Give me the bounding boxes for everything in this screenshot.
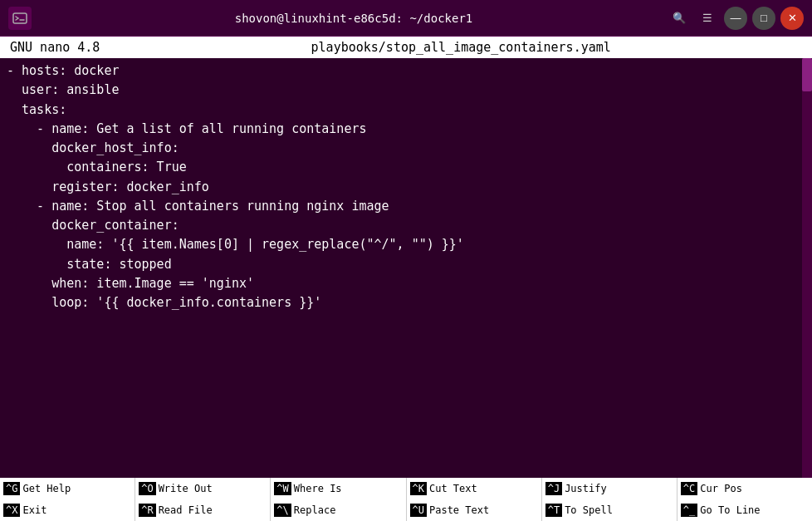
- editor-area[interactable]: - hosts: docker user: ansible tasks: - n…: [0, 58, 812, 478]
- editor-line: docker_host_info:: [7, 139, 805, 158]
- shortcut-row-2: ^X Exit ^R Read File ^\ Replace ^U Paste…: [0, 499, 812, 521]
- scrollbar[interactable]: [802, 58, 812, 478]
- shortcut-replace[interactable]: ^\ Replace: [271, 499, 406, 521]
- shortcut-go-to-line[interactable]: ^_ Go To Line: [677, 499, 812, 521]
- shortcut-label: Paste Text: [429, 504, 489, 516]
- maximize-button[interactable]: □: [752, 7, 775, 30]
- svg-rect-0: [13, 13, 27, 23]
- shortcut-exit[interactable]: ^X Exit: [0, 499, 135, 521]
- editor-line: state: stopped: [7, 255, 805, 274]
- editor-line: user: ansible: [7, 81, 805, 100]
- shortcut-justify[interactable]: ^J Justify: [542, 478, 677, 499]
- shortcut-write-out[interactable]: ^O Write Out: [135, 478, 271, 499]
- shortcut-key: ^U: [410, 504, 427, 517]
- terminal-icon: [8, 7, 32, 30]
- shortcut-get-help[interactable]: ^G Get Help: [0, 478, 135, 499]
- shortcut-label: Get Help: [22, 483, 71, 494]
- shortcut-key: ^X: [3, 504, 20, 517]
- editor-line: - name: Stop all containers running ngin…: [7, 197, 805, 216]
- shortcut-key: ^T: [545, 504, 562, 517]
- editor-line: containers: True: [7, 158, 805, 177]
- editor-line: tasks:: [7, 101, 805, 120]
- shortcut-cur-pos[interactable]: ^C Cur Pos: [677, 478, 812, 499]
- shortcut-row-1: ^G Get Help ^O Write Out ^W Where Is ^K …: [0, 478, 812, 499]
- nano-filename: playbooks/stop_all_image_containers.yaml: [110, 40, 812, 55]
- editor-line: when: item.Image == 'nginx': [7, 274, 805, 293]
- nano-header: GNU nano 4.8 playbooks/stop_all_image_co…: [0, 37, 812, 58]
- shortcut-label: Cur Pos: [700, 483, 742, 494]
- editor-line: - hosts: docker: [7, 61, 805, 81]
- shortcut-cut-text[interactable]: ^K Cut Text: [407, 478, 542, 499]
- editor-line: register: docker_info: [7, 178, 805, 197]
- menu-button[interactable]: ☰: [696, 7, 719, 30]
- shortcut-label: Go To Line: [700, 504, 760, 516]
- shortcut-key: ^K: [410, 482, 427, 495]
- shortcut-to-spell[interactable]: ^T To Spell: [542, 499, 677, 521]
- search-button[interactable]: 🔍: [668, 7, 691, 30]
- nano-footer: ^G Get Help ^O Write Out ^W Where Is ^K …: [0, 478, 812, 521]
- minimize-button[interactable]: —: [724, 7, 747, 30]
- shortcut-key: ^J: [545, 482, 562, 495]
- editor-line: loop: '{{ docker_info.containers }}': [7, 293, 805, 312]
- shortcut-key: ^C: [681, 482, 697, 495]
- shortcut-label: Exit: [22, 504, 46, 516]
- titlebar: shovon@linuxhint-e86c5d: ~/docker1 🔍 ☰ —…: [0, 0, 812, 37]
- scrollbar-thumb[interactable]: [802, 58, 812, 91]
- shortcut-label: Cut Text: [429, 483, 477, 494]
- nano-version: GNU nano 4.8: [0, 40, 110, 55]
- window-title: shovon@linuxhint-e86c5d: ~/docker1: [40, 12, 668, 25]
- shortcut-where-is[interactable]: ^W Where Is: [271, 478, 406, 499]
- editor-line: - name: Get a list of all running contai…: [7, 120, 805, 139]
- shortcut-paste-text[interactable]: ^U Paste Text: [407, 499, 542, 521]
- shortcut-label: Justify: [565, 483, 607, 494]
- shortcut-key: ^G: [3, 482, 20, 495]
- close-button[interactable]: ✕: [780, 7, 804, 30]
- shortcut-key: ^R: [139, 504, 155, 517]
- shortcut-label: To Spell: [565, 504, 613, 516]
- shortcut-key: ^\: [274, 504, 291, 517]
- shortcut-key: ^W: [274, 482, 291, 495]
- shortcut-label: Read File: [159, 504, 213, 516]
- shortcut-read-file[interactable]: ^R Read File: [135, 499, 271, 521]
- shortcut-key: ^_: [681, 504, 697, 517]
- window-controls: 🔍 ☰ — □ ✕: [668, 7, 804, 30]
- shortcut-label: Where Is: [294, 483, 342, 494]
- editor-line: docker_container:: [7, 216, 805, 235]
- shortcut-label: Write Out: [159, 483, 213, 494]
- editor-line: name: '{{ item.Names[0] | regex_replace(…: [7, 235, 805, 254]
- shortcut-key: ^O: [139, 482, 155, 495]
- shortcut-label: Replace: [294, 504, 336, 516]
